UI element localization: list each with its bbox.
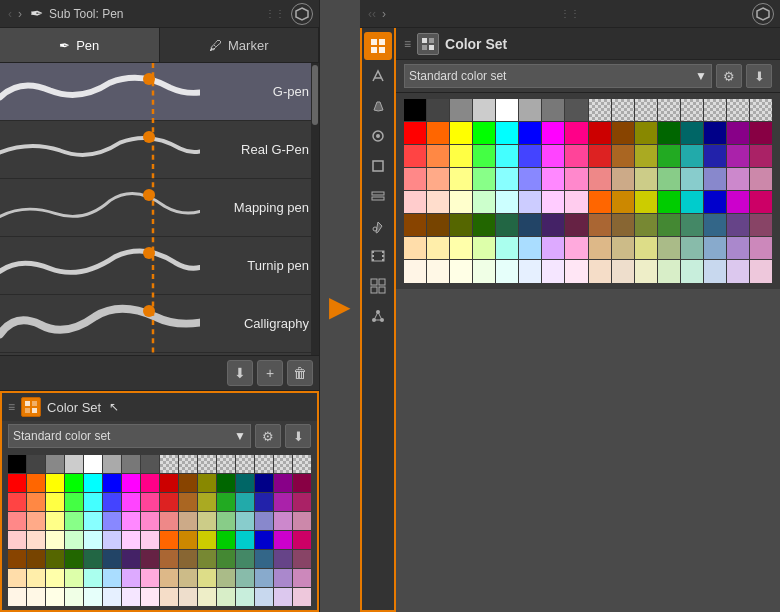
color-cell[interactable] bbox=[750, 122, 772, 144]
color-cell[interactable] bbox=[103, 493, 121, 511]
color-cell[interactable] bbox=[542, 122, 564, 144]
color-cell[interactable] bbox=[65, 550, 83, 568]
color-cell[interactable] bbox=[473, 237, 495, 259]
color-cell[interactable] bbox=[565, 168, 587, 190]
color-cell[interactable] bbox=[727, 237, 749, 259]
color-cell[interactable] bbox=[255, 531, 273, 549]
color-cell[interactable] bbox=[704, 145, 726, 167]
color-cell[interactable] bbox=[450, 260, 472, 282]
scroll-bar[interactable] bbox=[311, 63, 319, 355]
color-cell[interactable] bbox=[255, 474, 273, 492]
color-cell[interactable] bbox=[519, 260, 541, 282]
color-cell[interactable] bbox=[658, 214, 680, 236]
color-cell[interactable] bbox=[565, 191, 587, 213]
color-cell[interactable] bbox=[198, 474, 216, 492]
brush-item-textured-pen[interactable]: Textured pen bbox=[0, 353, 319, 355]
color-cell[interactable] bbox=[658, 237, 680, 259]
color-cell[interactable] bbox=[160, 588, 178, 606]
color-cell[interactable] bbox=[236, 569, 254, 587]
color-cell[interactable] bbox=[141, 531, 159, 549]
color-cell[interactable] bbox=[589, 145, 611, 167]
color-cell[interactable] bbox=[8, 569, 26, 587]
color-cell[interactable] bbox=[750, 191, 772, 213]
color-cell[interactable] bbox=[65, 512, 83, 530]
color-cell[interactable] bbox=[427, 99, 449, 121]
color-cell[interactable] bbox=[658, 260, 680, 282]
right-download-btn[interactable]: ⬇ bbox=[746, 64, 772, 88]
color-cell[interactable] bbox=[727, 214, 749, 236]
color-cell[interactable] bbox=[496, 237, 518, 259]
color-cell[interactable] bbox=[293, 550, 311, 568]
color-cell[interactable] bbox=[84, 569, 102, 587]
color-cell[interactable] bbox=[236, 588, 254, 606]
color-cell[interactable] bbox=[103, 512, 121, 530]
color-cell[interactable] bbox=[589, 122, 611, 144]
color-cell[interactable] bbox=[496, 214, 518, 236]
color-cell[interactable] bbox=[179, 512, 197, 530]
color-cell[interactable] bbox=[473, 168, 495, 190]
color-cell[interactable] bbox=[404, 145, 426, 167]
back-arrow-left[interactable]: ‹ bbox=[6, 7, 14, 21]
color-cell[interactable] bbox=[681, 260, 703, 282]
color-cell[interactable] bbox=[612, 168, 634, 190]
color-cell[interactable] bbox=[179, 455, 197, 473]
color-cell[interactable] bbox=[236, 512, 254, 530]
color-cell[interactable] bbox=[658, 191, 680, 213]
color-cell[interactable] bbox=[160, 531, 178, 549]
color-cell[interactable] bbox=[750, 168, 772, 190]
sidebar-btn-pen[interactable] bbox=[364, 62, 392, 90]
color-cell[interactable] bbox=[727, 99, 749, 121]
color-cell[interactable] bbox=[681, 214, 703, 236]
color-cell[interactable] bbox=[217, 569, 235, 587]
colorset-download-btn[interactable]: ⬇ bbox=[285, 424, 311, 448]
brush-item-g-pen[interactable]: G-pen bbox=[0, 63, 319, 121]
color-cell[interactable] bbox=[727, 122, 749, 144]
color-cell[interactable] bbox=[404, 168, 426, 190]
color-cell[interactable] bbox=[496, 168, 518, 190]
color-cell[interactable] bbox=[46, 474, 64, 492]
color-cell[interactable] bbox=[681, 145, 703, 167]
color-cell[interactable] bbox=[589, 191, 611, 213]
color-cell[interactable] bbox=[565, 145, 587, 167]
color-cell[interactable] bbox=[160, 474, 178, 492]
right-colorset-dropdown[interactable]: Standard color set ▼ bbox=[404, 64, 712, 88]
color-cell[interactable] bbox=[519, 214, 541, 236]
color-cell[interactable] bbox=[236, 550, 254, 568]
color-cell[interactable] bbox=[635, 145, 657, 167]
color-cell[interactable] bbox=[103, 531, 121, 549]
color-cell[interactable] bbox=[404, 260, 426, 282]
color-cell[interactable] bbox=[589, 260, 611, 282]
color-cell[interactable] bbox=[750, 260, 772, 282]
tab-pen[interactable]: ✒ Pen bbox=[0, 28, 160, 62]
color-cell[interactable] bbox=[255, 455, 273, 473]
color-cell[interactable] bbox=[103, 588, 121, 606]
color-cell[interactable] bbox=[274, 455, 292, 473]
color-cell[interactable] bbox=[404, 214, 426, 236]
color-cell[interactable] bbox=[179, 493, 197, 511]
add-btn[interactable]: + bbox=[257, 360, 283, 386]
color-cell[interactable] bbox=[8, 550, 26, 568]
color-cell[interactable] bbox=[427, 168, 449, 190]
color-cell[interactable] bbox=[750, 145, 772, 167]
color-cell[interactable] bbox=[681, 122, 703, 144]
color-cell[interactable] bbox=[681, 237, 703, 259]
color-cell[interactable] bbox=[542, 191, 564, 213]
color-cell[interactable] bbox=[255, 569, 273, 587]
color-cell[interactable] bbox=[496, 191, 518, 213]
color-cell[interactable] bbox=[635, 214, 657, 236]
color-cell[interactable] bbox=[274, 512, 292, 530]
color-cell[interactable] bbox=[589, 237, 611, 259]
color-cell[interactable] bbox=[658, 168, 680, 190]
color-cell[interactable] bbox=[658, 145, 680, 167]
color-cell[interactable] bbox=[612, 214, 634, 236]
color-cell[interactable] bbox=[27, 588, 45, 606]
color-cell[interactable] bbox=[8, 493, 26, 511]
color-cell[interactable] bbox=[496, 145, 518, 167]
color-cell[interactable] bbox=[27, 569, 45, 587]
color-cell[interactable] bbox=[84, 588, 102, 606]
color-cell[interactable] bbox=[450, 99, 472, 121]
color-cell[interactable] bbox=[141, 588, 159, 606]
color-cell[interactable] bbox=[160, 493, 178, 511]
tab-marker[interactable]: 🖊 Marker bbox=[160, 28, 320, 62]
brush-item-real-g-pen[interactable]: Real G-Pen bbox=[0, 121, 319, 179]
